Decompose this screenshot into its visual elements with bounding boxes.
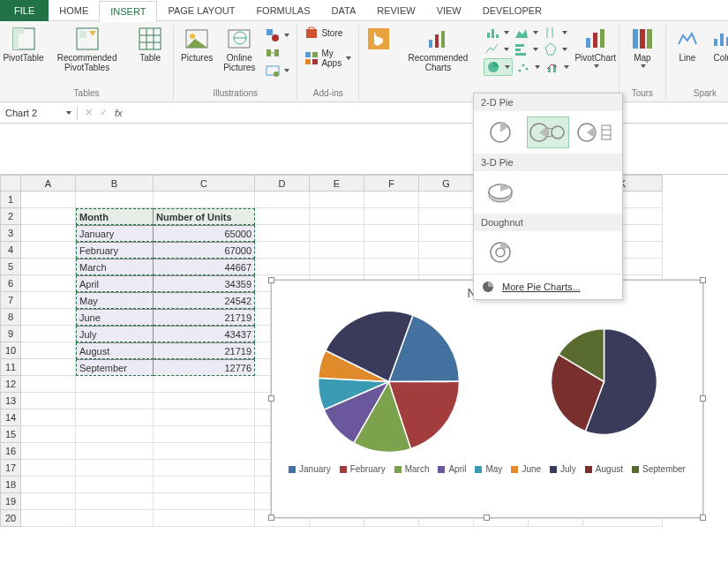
cell[interactable] (21, 292, 76, 309)
cell[interactable]: 34359 (154, 275, 255, 292)
cell[interactable] (154, 460, 255, 477)
cell[interactable]: April (76, 275, 154, 292)
cell[interactable] (364, 225, 419, 242)
cell[interactable]: August (76, 342, 154, 359)
row-header[interactable]: 11 (0, 359, 21, 376)
cell[interactable]: January (76, 225, 154, 242)
cell[interactable]: May (76, 292, 154, 309)
screenshot-button[interactable] (264, 63, 291, 79)
cell[interactable] (21, 443, 76, 460)
legend-item[interactable]: April (438, 464, 466, 474)
cell[interactable] (76, 510, 154, 527)
cancel-icon[interactable]: ✕ (85, 107, 93, 118)
cell[interactable] (21, 309, 76, 326)
cell[interactable] (310, 242, 364, 259)
cell[interactable]: March (76, 259, 154, 275)
cell[interactable] (364, 192, 419, 208)
row-header[interactable]: 20 (0, 510, 21, 527)
tab-formulas[interactable]: FORMULAS (245, 0, 320, 21)
tab-file[interactable]: FILE (0, 0, 49, 21)
cell[interactable] (255, 192, 310, 208)
row-header[interactable]: 9 (0, 326, 21, 342)
row-header[interactable]: 3 (0, 225, 21, 242)
cell[interactable] (364, 259, 419, 275)
select-all-corner[interactable] (0, 175, 21, 192)
chart-plot-area[interactable] (272, 302, 702, 461)
legend-item[interactable]: September (632, 464, 686, 474)
row-header[interactable]: 12 (0, 376, 21, 393)
cell[interactable] (154, 510, 255, 527)
cell[interactable] (21, 192, 76, 208)
line-chart-button[interactable] (484, 41, 511, 57)
recommended-pivottables-button[interactable]: Recommended PivotTables (45, 25, 129, 74)
row-header[interactable]: 6 (0, 275, 21, 292)
tab-developer[interactable]: DEVELOPER (472, 0, 552, 21)
cell[interactable] (76, 493, 154, 510)
row-header[interactable]: 15 (0, 426, 21, 443)
cell[interactable]: 12776 (154, 359, 255, 376)
store-button[interactable]: Store (303, 25, 353, 41)
cell[interactable] (419, 192, 474, 208)
tab-home[interactable]: HOME (49, 0, 99, 21)
cell[interactable]: Month (76, 208, 154, 225)
cell[interactable] (154, 493, 255, 510)
cell[interactable] (21, 393, 76, 409)
row-header[interactable]: 19 (0, 493, 21, 510)
name-box[interactable]: Chart 2 (0, 106, 78, 120)
column-chart-button[interactable] (484, 25, 511, 41)
area-chart-button[interactable] (513, 25, 540, 41)
online-pictures-button[interactable]: Online Pictures (218, 25, 260, 74)
cell[interactable] (310, 192, 364, 208)
cell[interactable]: June (76, 309, 154, 326)
table-button[interactable]: Table (132, 25, 168, 64)
cell[interactable]: July (76, 326, 154, 342)
cell[interactable]: February (76, 242, 154, 259)
cell[interactable] (21, 376, 76, 393)
row-header[interactable]: 1 (0, 192, 21, 208)
cell[interactable] (21, 342, 76, 359)
legend-item[interactable]: February (340, 464, 386, 474)
sparkline-line-button[interactable]: Line (672, 25, 703, 64)
cell[interactable] (21, 242, 76, 259)
col-header[interactable]: E (310, 175, 364, 192)
cell[interactable]: 24542 (154, 292, 255, 309)
row-header[interactable]: 7 (0, 292, 21, 309)
radar-chart-button[interactable] (542, 41, 569, 57)
cell[interactable] (154, 376, 255, 393)
smartart-button[interactable] (264, 45, 291, 61)
row-header[interactable]: 13 (0, 393, 21, 409)
pie-3d-option[interactable] (479, 177, 522, 208)
cell[interactable]: 44667 (154, 259, 255, 275)
cell[interactable] (21, 426, 76, 443)
pictures-button[interactable]: Pictures (179, 25, 214, 64)
legend-item[interactable]: June (511, 464, 541, 474)
row-header[interactable]: 10 (0, 342, 21, 359)
row-header[interactable]: 8 (0, 309, 21, 326)
legend-item[interactable]: March (394, 464, 430, 474)
cell[interactable] (255, 225, 310, 242)
cell[interactable]: 43437 (154, 326, 255, 342)
primary-pie[interactable] (311, 304, 466, 459)
cell[interactable] (419, 242, 474, 259)
cell[interactable] (255, 208, 310, 225)
cell[interactable]: September (76, 359, 154, 376)
cell[interactable] (76, 393, 154, 409)
tab-insert[interactable]: INSERT (99, 1, 157, 22)
cell[interactable] (21, 225, 76, 242)
pivotchart-button[interactable]: PivotChart (574, 25, 617, 70)
cell[interactable] (419, 225, 474, 242)
cell[interactable]: 67000 (154, 242, 255, 259)
row-header[interactable]: 14 (0, 409, 21, 426)
bar-of-pie-option[interactable] (574, 116, 617, 148)
cell[interactable] (310, 225, 364, 242)
cell[interactable] (76, 376, 154, 393)
row-header[interactable]: 4 (0, 242, 21, 259)
pie-of-pie-option[interactable] (527, 116, 569, 148)
myapps-button[interactable]: My Apps (303, 48, 353, 69)
cell[interactable] (154, 192, 255, 208)
cell[interactable] (76, 443, 154, 460)
cell[interactable] (364, 208, 419, 225)
stock-chart-button[interactable] (542, 25, 569, 41)
fx-icon[interactable]: fx (115, 108, 123, 118)
legend-item[interactable]: July (550, 464, 576, 474)
